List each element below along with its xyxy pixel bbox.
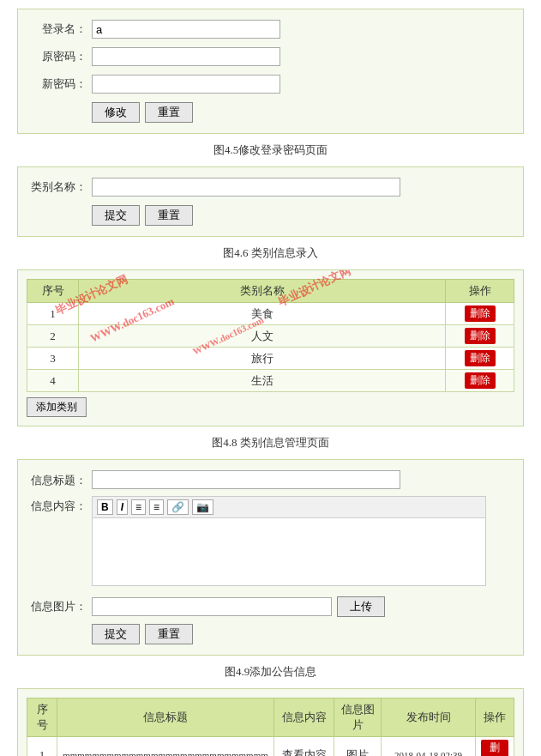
ann-content-cell: 查看内容 [274,737,334,757]
modify-button[interactable]: 修改 [92,102,140,123]
ann-action-cell[interactable]: 删除 [476,737,514,757]
ann-title-input[interactable] [92,470,400,489]
editor-link[interactable]: 🔗 [167,499,189,515]
reset-button-3[interactable]: 重置 [145,624,193,644]
ann-time-cell: 2018-04-18 02:39 [382,737,476,757]
cat-id: 3 [27,348,79,370]
delete-button[interactable]: 删除 [465,350,496,366]
category-input-section: 类别名称： 提交 重置 [17,166,524,237]
delete-ann-button[interactable]: 删除 [481,740,508,756]
upload-input[interactable] [92,597,332,616]
editor-toolbar: B I ≡ ≡ 🔗 📷 [92,496,486,517]
category-btn-row: 提交 重置 [92,205,514,226]
ann-col-image: 信息图片 [334,699,382,737]
ann-content-label: 信息内容： [27,496,87,514]
cat-id: 2 [27,325,79,348]
cat-action[interactable]: 删除 [446,303,514,325]
ann-image-label: 信息图片： [27,596,87,614]
ann-col-action: 操作 [476,699,514,737]
col-header-name: 类别名称 [79,280,446,303]
cat-id: 1 [27,303,79,325]
cat-name: 美食 [79,303,446,325]
cat-name: 旅行 [79,348,446,370]
upload-row: 上传 [92,596,385,617]
editor-italic[interactable]: I [117,499,128,515]
old-password-input[interactable] [92,47,280,66]
ann-col-content: 信息内容 [274,699,334,737]
caption-1: 图4.5修改登录密码页面 [0,142,541,158]
username-input[interactable] [92,20,280,39]
ann-content-textarea[interactable] [92,517,486,586]
editor-bold[interactable]: B [97,499,113,515]
category-name-input[interactable] [92,178,400,197]
upload-button[interactable]: 上传 [337,596,385,617]
category-name-label: 类别名称： [27,179,87,195]
table-row: 2 人文 删除 [27,325,514,348]
editor-image[interactable]: 📷 [192,499,213,515]
password-btn-row: 修改 重置 [92,102,514,123]
caption-3: 图4.8 类别信息管理页面 [0,435,541,451]
ann-title-label: 信息标题： [27,470,87,488]
delete-button[interactable]: 删除 [465,305,496,322]
editor-wrapper: B I ≡ ≡ 🔗 📷 [92,496,486,590]
table-row: 1 mmmmmmmmmmmmmmmmmmmmmmmmmmmm 查看内容 图片 2… [27,737,514,757]
username-label: 登录名： [27,21,87,37]
old-password-label: 原密码： [27,49,87,64]
ann-btn-row: 提交 重置 [92,624,514,644]
col-header-action: 操作 [446,280,514,303]
ann-content-row: 信息内容： B I ≡ ≡ 🔗 📷 [27,496,514,590]
announcement-input-section: 信息标题： 信息内容： B I ≡ ≡ 🔗 📷 信息图片： 上传 提交 重置 [17,459,524,656]
ann-col-time: 发布时间 [382,699,476,737]
ann-image-row: 信息图片： 上传 [27,596,514,617]
editor-list2[interactable]: ≡ [149,499,164,515]
password-change-section: 登录名： 原密码： 新密码： 修改 重置 [17,9,524,134]
cat-id: 4 [27,370,79,392]
submit-button-2[interactable]: 提交 [92,624,140,644]
caption-2: 图4.6 类别信息录入 [0,245,541,261]
cat-name: 人文 [79,325,446,348]
category-table: 序号 类别名称 操作 1 美食 删除 2 人文 删除 3 旅行 删除 4 生活 … [27,279,514,392]
ann-col-title: 信息标题 [57,699,274,737]
ann-col-id: 序号 [27,699,57,737]
ann-id: 1 [27,737,57,757]
category-name-row: 类别名称： [27,178,514,197]
username-row: 登录名： [27,20,514,39]
reset-button-2[interactable]: 重置 [145,205,193,226]
ann-title-row: 信息标题： [27,470,514,489]
submit-button-1[interactable]: 提交 [92,205,140,226]
cat-action[interactable]: 删除 [446,325,514,348]
ann-title-cell: mmmmmmmmmmmmmmmmmmmmmmmmmmmm [57,737,274,757]
ann-image-cell: 图片 [334,737,382,757]
delete-button[interactable]: 删除 [465,372,496,389]
caption-4: 图4.9添加公告信息 [0,664,541,680]
announcement-table: 序号 信息标题 信息内容 信息图片 发布时间 操作 1 mmmmmmmmmmmm… [27,698,514,756]
cat-action[interactable]: 删除 [446,370,514,392]
cat-name: 生活 [79,370,446,392]
delete-button[interactable]: 删除 [465,328,496,344]
editor-list1[interactable]: ≡ [131,499,146,515]
announcement-mgmt-section: 序号 信息标题 信息内容 信息图片 发布时间 操作 1 mmmmmmmmmmmm… [17,688,524,756]
table-row: 4 生活 删除 [27,370,514,392]
new-password-label: 新密码： [27,76,87,92]
col-header-id: 序号 [27,280,79,303]
table-row: 3 旅行 删除 [27,348,514,370]
category-mgmt-section: 毕业设计论文网 WWW.doc163.com WWW.doc163.com 毕业… [17,269,524,426]
reset-button-1[interactable]: 重置 [145,102,193,123]
new-password-input[interactable] [92,75,280,94]
new-password-row: 新密码： [27,75,514,94]
table-row: 1 美食 删除 [27,303,514,325]
cat-action[interactable]: 删除 [446,348,514,370]
add-category-button[interactable]: 添加类别 [27,397,87,417]
old-password-row: 原密码： [27,47,514,66]
